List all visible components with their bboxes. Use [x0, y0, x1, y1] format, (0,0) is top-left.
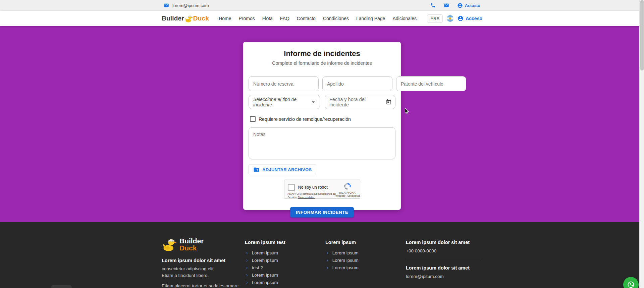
- recaptcha-checkbox[interactable]: [288, 184, 295, 191]
- footer-link-label: Lorem ipsum: [252, 258, 278, 263]
- footer-links-column-2: Lorem ipsum ›Lorem ipsum ›Lorem ipsum ›L…: [325, 237, 406, 288]
- chevron-right-icon: ›: [246, 265, 248, 270]
- argentina-flag-icon[interactable]: [447, 15, 453, 22]
- footer-link[interactable]: ›Lorem ipsum: [325, 249, 406, 256]
- footer-link-label: Lorem ipsum: [332, 258, 359, 263]
- chevron-right-icon: ›: [246, 258, 248, 262]
- footer-link[interactable]: ›Lorem ipsum: [245, 256, 325, 264]
- footer-link-label: Lorem ipsum: [332, 250, 359, 255]
- footer-link[interactable]: ›Lorem ipsum: [245, 249, 325, 256]
- towing-checkbox-label: Requiere servicio de remolque/recuperaci…: [259, 116, 351, 122]
- main-navbar: Builder Duck Home: [0, 11, 644, 26]
- footer-link-label: Lorem ipsum: [252, 250, 278, 255]
- chevron-right-icon: ›: [246, 280, 248, 285]
- incident-type-select[interactable]: Seleccione el tipo de incidente: [249, 95, 320, 109]
- footer-column-heading: Lorem ipsum test: [245, 240, 325, 245]
- incident-datetime-field[interactable]: Fecha y hora del incidente: [325, 95, 395, 109]
- footer-phone: +00 0000-0000: [406, 248, 482, 253]
- footer-link[interactable]: ›Lorem ipsum: [245, 279, 325, 286]
- whatsapp-icon: [626, 280, 636, 288]
- add-folder-icon: [253, 166, 260, 173]
- footer-logo[interactable]: Builder Duck: [162, 237, 245, 252]
- nav-item-flota[interactable]: Flota: [259, 13, 276, 24]
- towing-checkbox-row: Requiere servicio de remolque/recuperaci…: [249, 116, 395, 122]
- recaptcha-widget: No soy un robot reCAPTCHA cambiará sus C…: [284, 180, 360, 199]
- mail-icon: [164, 3, 169, 8]
- duck-logo-icon: [162, 237, 176, 252]
- footer-link-label: Lorem ipsum: [252, 273, 278, 278]
- navbar-access-link[interactable]: Acceso: [458, 15, 482, 21]
- footer-link[interactable]: ›test ?: [245, 264, 325, 271]
- navbar-access-label: Acceso: [466, 16, 482, 21]
- incident-report-section: Informe de incidentes Complete el formul…: [0, 26, 644, 222]
- currency-selector[interactable]: ARS: [427, 14, 443, 23]
- recaptcha-terms: reCAPTCHA cambiará sus Condiciones del S…: [288, 192, 336, 199]
- incident-datetime-placeholder: Fecha y hora del incidente: [329, 97, 386, 107]
- recaptcha-terms-line2: Servicio.: [288, 196, 298, 199]
- mail-icon[interactable]: [444, 3, 449, 8]
- attach-files-button[interactable]: ADJUNTAR ARCHIVOS: [249, 164, 316, 175]
- nav-item-condiciones[interactable]: Condiciones: [319, 13, 353, 24]
- vehicle-plate-input[interactable]: [396, 76, 466, 91]
- contact-email: lorem@ipsum.com: [172, 3, 209, 8]
- topbar-access-link[interactable]: Acceso: [457, 3, 480, 8]
- topbar-access-label: Acceso: [465, 3, 480, 8]
- footer-logo-text-duck: Duck: [179, 244, 204, 251]
- recaptcha-label: No soy un robot: [298, 185, 328, 190]
- footer-links-column-1: Lorem ipsum test ›Lorem ipsum ›Lorem ips…: [245, 237, 325, 288]
- incident-report-card: Informe de incidentes Complete el formul…: [243, 42, 401, 210]
- logo-text-duck: Duck: [193, 15, 209, 22]
- nav-item-landing-page[interactable]: Landing Page: [353, 13, 389, 24]
- footer-logo-text-builder: Builder: [179, 237, 204, 244]
- footer-about-line1: consectetur adipiscing elit.: [162, 266, 245, 272]
- nav-item-faq[interactable]: FAQ: [276, 13, 293, 24]
- reservation-number-input[interactable]: [249, 76, 319, 91]
- snackbar-stub: [51, 285, 72, 288]
- footer-link[interactable]: ›Lorem ipsum: [245, 271, 325, 279]
- footer-link[interactable]: ›Lorem ipsum: [325, 264, 406, 271]
- chevron-down-icon: [310, 98, 317, 106]
- calendar-icon[interactable]: [386, 99, 392, 105]
- chevron-right-icon: ›: [327, 250, 328, 255]
- page-scrollbar[interactable]: [639, 0, 644, 288]
- towing-checkbox[interactable]: [250, 116, 256, 122]
- account-circle-icon: [457, 3, 463, 8]
- scrollbar-thumb[interactable]: [640, 0, 644, 70]
- attach-files-label: ADJUNTAR ARCHIVOS: [262, 167, 312, 172]
- lastname-input[interactable]: [322, 76, 392, 91]
- top-contact-bar: lorem@ipsum.com Acceso: [0, 0, 644, 11]
- recaptcha-terms-line1: reCAPTCHA cambiará sus Condiciones del: [288, 192, 336, 195]
- footer-link-label: Lorem ipsum: [332, 265, 359, 270]
- chevron-right-icon: ›: [327, 265, 328, 270]
- nav-item-adicionales[interactable]: Adicionales: [389, 13, 420, 24]
- footer-divider: [406, 259, 482, 259]
- footer-link-label: test ?: [252, 265, 263, 270]
- account-circle-icon: [458, 15, 464, 21]
- footer: Builder Duck Lorem ipsum dolor sit amet …: [0, 222, 644, 288]
- chevron-right-icon: ›: [246, 273, 248, 277]
- footer-contact-heading-1: Lorem ipsum dolor sit amet: [406, 240, 482, 245]
- form-title: Informe de incidentes: [249, 49, 395, 58]
- chevron-right-icon: ›: [246, 250, 248, 255]
- builderduck-logo[interactable]: Builder Duck: [162, 14, 209, 23]
- footer-about-heading: Lorem ipsum dolor sit amet: [162, 258, 245, 263]
- recaptcha-terms-link[interactable]: Toma medidas.: [298, 196, 315, 199]
- recaptcha-brand: reCAPTCHA: [339, 191, 355, 194]
- phone-icon[interactable]: [430, 3, 436, 8]
- nav-item-home[interactable]: Home: [215, 13, 235, 24]
- recaptcha-privacy-links[interactable]: Privacidad - Condiciones: [335, 195, 360, 197]
- footer-about-extra: Etiam placerat tortor et sodales ornare.: [162, 283, 245, 288]
- footer-contact-heading-2: Lorem ipsum dolor sit amet: [406, 265, 482, 271]
- footer-link[interactable]: ›Lorem ipsum: [325, 256, 406, 264]
- footer-contact-column: Lorem ipsum dolor sit amet +00 0000-0000…: [406, 237, 482, 288]
- footer-email: lorem@ipsum.com: [406, 274, 482, 279]
- notes-textarea[interactable]: [249, 127, 395, 159]
- nav-item-contacto[interactable]: Contacto: [293, 13, 319, 24]
- duck-logo-icon: [184, 14, 193, 23]
- chevron-right-icon: ›: [327, 258, 328, 262]
- report-incident-button[interactable]: INFORMAR INCIDENTE: [290, 207, 354, 218]
- nav-item-promos[interactable]: Promos: [235, 13, 258, 24]
- incident-type-placeholder: Seleccione el tipo de incidente: [253, 97, 310, 107]
- logo-text-builder: Builder: [162, 15, 184, 22]
- footer-link-label: Lorem ipsum: [252, 280, 278, 285]
